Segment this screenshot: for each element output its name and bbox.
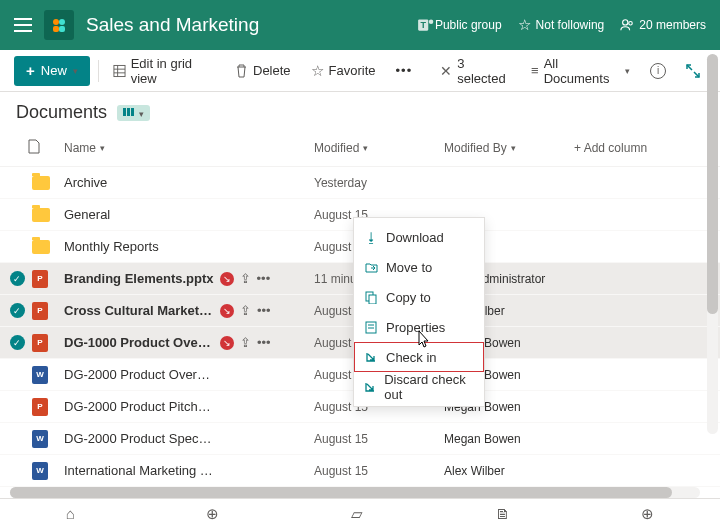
file-name[interactable]: Archive: [64, 175, 107, 190]
svg-rect-13: [123, 108, 126, 116]
checked-out-icon: ↘: [220, 336, 234, 350]
ctx-move-to[interactable]: Move to: [354, 252, 484, 282]
context-menu: ⭳Download Move to Copy to Properties Che…: [353, 217, 485, 407]
nav-home-icon[interactable]: ⌂: [66, 505, 75, 522]
expand-icon: [686, 64, 700, 78]
close-icon: ✕: [440, 63, 452, 79]
library-heading: Documents ▾: [0, 92, 720, 129]
discard-icon: [364, 381, 376, 393]
file-name[interactable]: Branding Elements.pptx: [64, 271, 214, 286]
favorite-button[interactable]: ☆Favorite: [305, 58, 382, 84]
check-in-icon: [364, 351, 378, 363]
column-headers: Name▾ Modified▾ Modified By▾ + Add colum…: [0, 129, 720, 167]
add-column-button[interactable]: + Add column: [574, 141, 647, 155]
nav-globe-icon[interactable]: ⊕: [206, 505, 219, 523]
folder-icon: [32, 176, 50, 190]
ctx-copy-to[interactable]: Copy to: [354, 282, 484, 312]
share-icon[interactable]: ⇪: [240, 335, 251, 350]
view-switcher[interactable]: ≡All Documents▾: [525, 52, 636, 90]
svg-rect-14: [127, 108, 130, 116]
table-row[interactable]: WInternational Marketing Campaigns.docxA…: [0, 455, 720, 487]
col-name[interactable]: Name▾: [64, 141, 314, 155]
col-modified-by[interactable]: Modified By▾: [444, 141, 574, 155]
star-icon: [518, 16, 531, 34]
new-button[interactable]: +New▾: [14, 56, 90, 86]
info-button[interactable]: i: [644, 59, 672, 83]
svg-point-0: [53, 19, 59, 25]
selected-check-icon[interactable]: ✓: [10, 271, 25, 286]
svg-point-6: [429, 19, 434, 24]
horizontal-scrollbar[interactable]: [10, 487, 700, 498]
modified-by-cell: Alex Wilber: [444, 464, 604, 478]
powerpoint-icon: P: [32, 302, 48, 320]
ctx-download[interactable]: ⭳Download: [354, 222, 484, 252]
powerpoint-icon: P: [32, 398, 48, 416]
file-name[interactable]: DG-2000 Product Overview.docx: [64, 367, 214, 382]
svg-rect-17: [369, 295, 376, 304]
expand-button[interactable]: [680, 60, 706, 82]
nav-page-icon[interactable]: 🗎: [495, 505, 510, 522]
follow-toggle[interactable]: Not following: [518, 16, 605, 34]
share-icon[interactable]: ⇪: [240, 271, 251, 286]
word-icon: W: [32, 462, 48, 480]
visibility-label: Public group: [435, 18, 502, 32]
table-row[interactable]: WDG-2000 Product Specification.docxAugus…: [0, 423, 720, 455]
move-icon: [364, 262, 378, 273]
teams-icon: T: [417, 16, 435, 34]
ellipsis-icon: •••: [396, 63, 413, 78]
svg-text:T: T: [420, 20, 426, 30]
file-name[interactable]: General: [64, 207, 110, 222]
plus-icon: +: [26, 62, 35, 79]
svg-point-7: [623, 20, 628, 25]
row-more-icon[interactable]: •••: [257, 271, 271, 286]
selected-check-icon[interactable]: ✓: [10, 303, 25, 318]
selected-check-icon[interactable]: ✓: [10, 335, 25, 350]
file-name[interactable]: DG-2000 Product Pitch.pptx: [64, 399, 214, 414]
word-icon: W: [32, 366, 48, 384]
star-icon: ☆: [311, 62, 324, 80]
chevron-down-icon: ▾: [139, 109, 144, 119]
file-name[interactable]: Cross Cultural Marketing Ca...: [64, 303, 214, 318]
share-icon[interactable]: ⇪: [240, 303, 251, 318]
vertical-scrollbar[interactable]: [707, 54, 718, 434]
col-file-type[interactable]: [28, 139, 64, 157]
view-selector[interactable]: ▾: [117, 105, 150, 121]
table-row[interactable]: ArchiveYesterday: [0, 167, 720, 199]
modified-cell: August 15: [314, 432, 444, 446]
modified-cell: Yesterday: [314, 176, 444, 190]
row-more-icon[interactable]: •••: [257, 303, 271, 318]
clear-selection[interactable]: ✕3 selected: [434, 52, 517, 90]
members-link[interactable]: 20 members: [620, 18, 706, 32]
nav-doc-icon[interactable]: ▱: [351, 505, 363, 523]
row-more-icon[interactable]: •••: [257, 335, 271, 350]
checked-out-icon: ↘: [220, 304, 234, 318]
properties-icon: [364, 321, 378, 334]
more-actions-button[interactable]: •••: [390, 59, 419, 82]
ctx-discard-checkout[interactable]: Discard check out: [354, 372, 484, 402]
bottom-nav: ⌂ ⊕ ▱ 🗎 ⊕: [0, 498, 720, 528]
delete-button[interactable]: Delete: [229, 59, 297, 82]
page-title: Documents: [16, 102, 107, 123]
grid-icon: [113, 64, 126, 78]
nav-add-icon[interactable]: ⊕: [641, 505, 654, 523]
trash-icon: [235, 64, 248, 78]
modified-by-cell: Megan Bowen: [444, 432, 604, 446]
svg-rect-15: [131, 108, 134, 116]
file-name[interactable]: International Marketing Campaigns.docx: [64, 463, 214, 478]
powerpoint-icon: P: [32, 334, 48, 352]
site-logo[interactable]: [44, 10, 74, 40]
modified-cell: August 15: [314, 464, 444, 478]
chevron-down-icon: ▾: [73, 66, 78, 76]
folder-icon: [32, 240, 50, 254]
col-modified[interactable]: Modified▾: [314, 141, 444, 155]
file-name[interactable]: DG-2000 Product Specification.docx: [64, 431, 214, 446]
edit-grid-button[interactable]: Edit in grid view: [107, 52, 221, 90]
folder-icon: [32, 208, 50, 222]
file-name[interactable]: Monthly Reports: [64, 239, 159, 254]
list-icon: ≡: [531, 63, 539, 78]
people-icon: [620, 18, 634, 32]
command-bar: +New▾ Edit in grid view Delete ☆Favorite…: [0, 50, 720, 92]
svg-point-8: [629, 22, 633, 26]
file-name[interactable]: DG-1000 Product Overview.p...: [64, 335, 214, 350]
hamburger-icon[interactable]: [14, 18, 32, 32]
